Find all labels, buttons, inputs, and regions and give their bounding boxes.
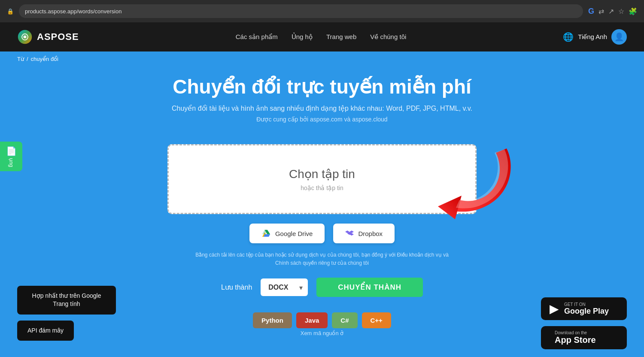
app-badges: ▶ GET IT ON Google Play Download on the …	[541, 297, 627, 349]
google-play-label: Google Play	[564, 307, 609, 316]
save-as-label: Lưu thành	[221, 283, 252, 291]
lock-icon: 🔒	[7, 8, 14, 15]
merge-google-button[interactable]: Hợp nhất thư trên Google Trang tính	[17, 286, 116, 315]
download-on-label: Download on the	[555, 330, 596, 335]
gdrive-icon	[261, 229, 271, 238]
aspose-cloud-link[interactable]: aspose.cloud	[352, 116, 388, 123]
breadcrumb-from[interactable]: Từ	[17, 56, 24, 62]
app-store-label: App Store	[555, 335, 596, 345]
breadcrumb-separator: /	[27, 56, 28, 62]
cloud-api-label: API đám mây	[27, 327, 64, 334]
merge-google-label: Hợp nhất thư trên Google Trang tính	[32, 292, 101, 308]
google-play-icon: ▶	[550, 302, 559, 316]
globe-icon: 🌐	[563, 32, 574, 42]
dropbox-icon	[345, 229, 354, 238]
terms-text: Bằng cách tải lên các tệp của bạn hoặc s…	[172, 251, 472, 267]
nav-web[interactable]: Trang web	[326, 33, 356, 41]
hero-subtitle: Chuyển đổi tài liệu và hình ảnh sang nhi…	[17, 104, 627, 112]
logo-text: ASPOSE	[37, 31, 79, 42]
language-label[interactable]: Tiếng Anh	[578, 33, 607, 41]
drop-zone-subtitle: hoặc thả tập tin	[186, 185, 458, 191]
cloud-buttons: Google Drive Dropbox	[0, 224, 644, 243]
dropzone-wrapper: Chọn tập tin hoặc thả tập tin	[167, 144, 477, 214]
breadcrumb: Từ / chuyển đổi	[0, 51, 644, 67]
translate-icon[interactable]: ⇄	[598, 7, 604, 15]
navigation: ASPOSE Các sản phẩm Ủng hộ Trang web Về …	[0, 22, 644, 51]
side-float-text: ụng	[8, 158, 14, 167]
red-arrow	[421, 140, 515, 234]
python-chip[interactable]: Python	[253, 312, 292, 328]
browser-chrome: 🔒 products.aspose.app/words/conversion G…	[0, 0, 644, 22]
url-bar[interactable]: products.aspose.app/words/conversion	[19, 4, 583, 18]
google-play-badge[interactable]: ▶ GET IT ON Google Play	[541, 297, 627, 320]
breadcrumb-current: chuyển đổi	[31, 56, 58, 62]
nav-links: Các sản phẩm Ủng hộ Trang web Về chúng t…	[96, 33, 546, 41]
hero-powered: Được cung cấp bởi aspose.com và aspose.c…	[17, 116, 627, 123]
nav-support[interactable]: Ủng hộ	[292, 33, 313, 41]
cpp-chip[interactable]: C++	[362, 312, 391, 328]
nav-about[interactable]: Về chúng tôi	[370, 33, 406, 41]
drop-zone-title: Chọn tập tin	[186, 167, 458, 181]
user-icon: 👤	[614, 32, 624, 42]
side-float-icon: 📄	[6, 146, 17, 156]
nav-products[interactable]: Các sản phẩm	[236, 33, 278, 41]
get-it-on-label: GET IT ON	[564, 302, 609, 307]
powered-text: Được cung cấp bởi	[256, 116, 308, 123]
browser-toolbar: G ⇄ ↗ ☆ 🧩	[588, 7, 637, 16]
hero-title: Chuyển đổi trực tuyến miễn phí	[17, 75, 627, 98]
share-icon[interactable]: ↗	[608, 7, 614, 15]
google-drive-button[interactable]: Google Drive	[249, 224, 325, 243]
apple-text: Download on the App Store	[555, 330, 596, 345]
apple-badge[interactable]: Download on the App Store	[541, 326, 627, 349]
google-icon[interactable]: G	[588, 7, 594, 16]
logo[interactable]: ASPOSE	[17, 29, 79, 45]
google-drive-label: Google Drive	[275, 230, 313, 237]
csharp-chip[interactable]: C#	[332, 312, 357, 328]
dropbox-label: Dropbox	[358, 230, 383, 237]
extensions-icon[interactable]: 🧩	[629, 7, 637, 15]
privacy-link[interactable]: Chính sách quyền riêng tư của chúng tôi	[275, 260, 369, 266]
bookmark-icon[interactable]: ☆	[618, 7, 624, 15]
nav-right: 🌐 Tiếng Anh 👤	[563, 29, 627, 45]
cloud-api-button[interactable]: API đám mây	[17, 321, 74, 341]
convert-button[interactable]: CHUYỂN THÀNH	[316, 278, 423, 297]
dropbox-button[interactable]: Dropbox	[333, 224, 395, 243]
side-float-button[interactable]: 📄 ụng	[0, 142, 22, 171]
powered-and: và	[344, 116, 350, 123]
format-select-wrapper: DOCX PDF JPG HTML TXT PNG ▾	[261, 278, 308, 296]
bottom-row: Hợp nhất thư trên Google Trang tính API …	[0, 278, 644, 297]
page: ASPOSE Các sản phẩm Ủng hộ Trang web Về …	[0, 22, 644, 357]
svg-point-1	[23, 35, 26, 38]
hero-section: Chuyển đổi trực tuyến miễn phí Chuyển đổ…	[0, 67, 644, 136]
java-chip[interactable]: Java	[296, 312, 328, 328]
google-play-text: GET IT ON Google Play	[564, 302, 609, 316]
logo-icon	[17, 29, 33, 45]
page-content: Chuyển đổi trực tuyến miễn phí Chuyển đổ…	[0, 67, 644, 345]
user-avatar[interactable]: 👤	[611, 29, 627, 45]
format-select[interactable]: DOCX PDF JPG HTML TXT PNG	[261, 278, 308, 296]
terms-link[interactable]: Điều khoản dịch vụ	[397, 252, 441, 258]
bottom-left-buttons: Hợp nhất thư trên Google Trang tính API …	[17, 286, 116, 341]
terms-prefix: Bằng cách tải lên các tệp của bạn hoặc s…	[195, 252, 397, 258]
terms-and: và	[443, 252, 449, 258]
aspose-com-link[interactable]: aspose.com	[310, 116, 342, 123]
url-text: products.aspose.app/words/conversion	[25, 8, 122, 15]
